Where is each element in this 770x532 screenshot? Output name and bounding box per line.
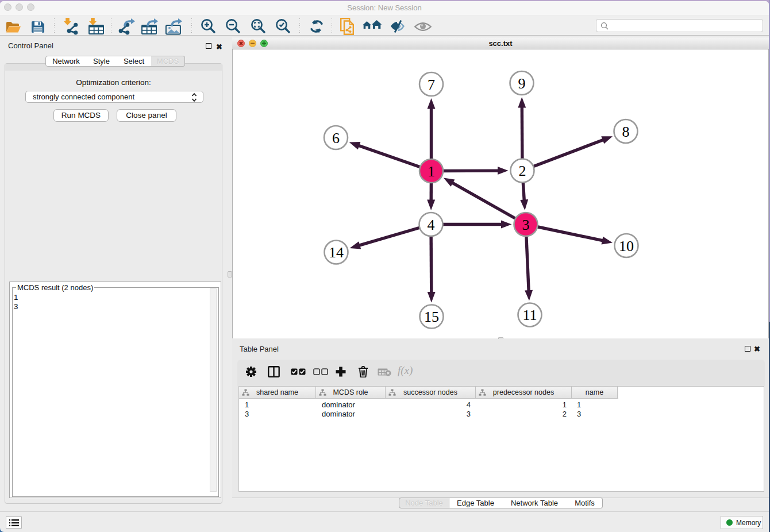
svg-text:8: 8 [622, 124, 630, 140]
svg-text:15: 15 [424, 309, 439, 325]
svg-text:10: 10 [619, 238, 634, 255]
svg-text:9: 9 [518, 75, 526, 92]
svg-text:6: 6 [332, 130, 340, 147]
svg-text:4: 4 [428, 217, 435, 233]
svg-text:7: 7 [428, 76, 435, 93]
svg-text:2: 2 [519, 163, 526, 179]
svg-text:3: 3 [522, 217, 530, 233]
svg-text:11: 11 [522, 307, 537, 323]
svg-text:14: 14 [329, 244, 344, 261]
svg-text:1: 1 [428, 163, 435, 180]
